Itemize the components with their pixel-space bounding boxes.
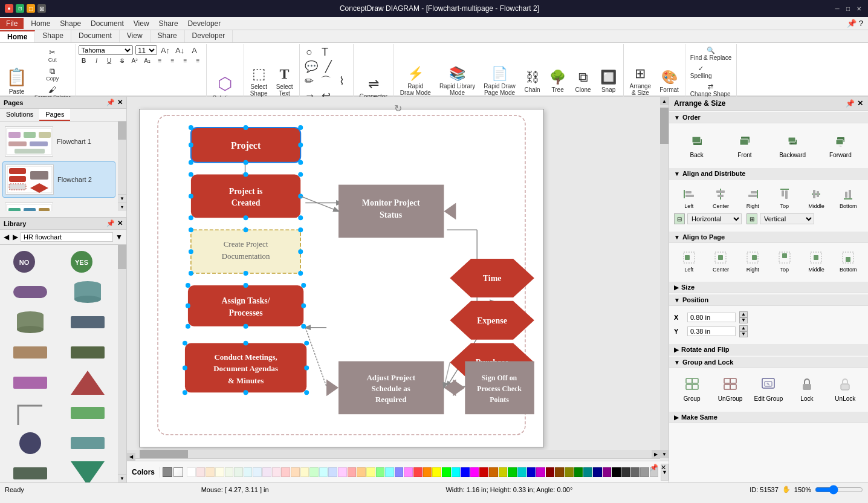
- color-swatch[interactable]: [366, 467, 375, 477]
- copy-button[interactable]: ⧉Copy: [32, 66, 73, 83]
- color-swatch[interactable]: [404, 467, 413, 477]
- library-nav-prev[interactable]: ◀: [2, 232, 10, 242]
- bold-btn[interactable]: B: [79, 57, 89, 65]
- unlock-btn[interactable]: UnLock: [828, 374, 863, 404]
- pencil-tool-btn[interactable]: ✏: [302, 74, 317, 88]
- color-swatch[interactable]: [583, 467, 592, 477]
- shape-item-rect-dark[interactable]: [61, 309, 115, 336]
- ellipse-tool-btn[interactable]: ○: [302, 45, 317, 59]
- color-swatch[interactable]: [479, 467, 488, 477]
- align-center-text-btn[interactable]: ≡: [167, 57, 178, 65]
- tab-document[interactable]: Document: [71, 30, 120, 42]
- align-top-btn[interactable]: Top: [769, 186, 800, 211]
- tree-button[interactable]: 🌳 Tree: [546, 60, 570, 102]
- shape-item-yes[interactable]: YES: [61, 248, 115, 275]
- color-swatch[interactable]: [395, 467, 404, 477]
- forward-btn[interactable]: → Forward: [818, 129, 863, 161]
- color-swatch[interactable]: [376, 467, 385, 477]
- distribute-horizontal-select[interactable]: Horizontal Vertical: [687, 213, 742, 224]
- change-shape-btn[interactable]: ⇄ Change Shape: [688, 82, 733, 99]
- line-tool-btn[interactable]: ╱: [322, 60, 336, 73]
- tab-solutions[interactable]: Solutions: [0, 109, 39, 121]
- library-search-input[interactable]: [21, 232, 113, 242]
- canvas-scroll[interactable]: Project Project is Created: [127, 97, 669, 482]
- colors-pin-btn[interactable]: 📌: [650, 464, 658, 472]
- align-right-btn[interactable]: Right: [737, 186, 768, 211]
- back-btn[interactable]: Back: [674, 129, 719, 161]
- shape-item-triangle-down[interactable]: [61, 460, 115, 482]
- distribute-vertical-select[interactable]: Vertical Horizontal: [760, 213, 814, 224]
- align-page-section-header[interactable]: ▼ Align to Page: [669, 232, 868, 243]
- vscroll-down-btn[interactable]: ▼: [660, 450, 669, 458]
- page-align-left-btn[interactable]: Left: [674, 249, 704, 274]
- color-swatch[interactable]: [244, 467, 253, 477]
- tab-home[interactable]: Home: [0, 30, 35, 42]
- shape-item-rect-tan[interactable]: [4, 339, 57, 366]
- canvas-vscrollbar[interactable]: ▲ ▼: [660, 97, 669, 458]
- select-shape-button[interactable]: ⬚ SelectShape: [247, 60, 271, 102]
- library-nav-next[interactable]: ▶: [11, 232, 19, 242]
- color-swatch-btn[interactable]: [173, 467, 183, 477]
- justify-text-btn[interactable]: ≡: [193, 57, 204, 65]
- shape-item-barrel[interactable]: [4, 309, 57, 336]
- shape-item-triangle[interactable]: [61, 369, 115, 396]
- y-spin-up[interactable]: ▲: [739, 325, 748, 331]
- color-swatch[interactable]: [612, 467, 621, 477]
- color-swatch[interactable]: [442, 467, 451, 477]
- shape-item-cylinder[interactable]: [61, 279, 115, 305]
- font-size-select[interactable]: 11: [135, 45, 157, 55]
- ribbon-pin[interactable]: 📌: [847, 19, 857, 28]
- color-swatch[interactable]: [546, 467, 555, 477]
- color-swatch[interactable]: [574, 467, 583, 477]
- color-swatch[interactable]: [517, 467, 526, 477]
- pages-scroll-down[interactable]: ▼: [118, 194, 126, 203]
- color-swatch[interactable]: [272, 467, 281, 477]
- color-swatch[interactable]: [470, 467, 479, 477]
- color-swatch[interactable]: [593, 467, 602, 477]
- color-swatch[interactable]: [262, 467, 271, 477]
- color-swatch[interactable]: [565, 467, 574, 477]
- arrange-pin-btn[interactable]: 📌: [846, 99, 855, 108]
- clone-button[interactable]: ⧉ Clone: [571, 60, 595, 102]
- font-family-select[interactable]: Tahoma: [79, 45, 133, 55]
- vscroll-up-btn[interactable]: ▲: [660, 97, 669, 105]
- close-btn[interactable]: ✕: [855, 4, 863, 13]
- arrange-close-btn[interactable]: ✕: [857, 99, 863, 108]
- color-swatch[interactable]: [432, 467, 441, 477]
- text-tool-btn[interactable]: T: [318, 45, 332, 59]
- color-swatch[interactable]: [489, 467, 498, 477]
- cut-button[interactable]: ✂Cut: [32, 47, 73, 65]
- hscroll-left-btn[interactable]: ◀: [127, 453, 135, 461]
- arc-tool-btn[interactable]: ⌒: [318, 74, 334, 88]
- italic-btn[interactable]: I: [91, 57, 102, 65]
- snap-button[interactable]: 🔲 Snap: [597, 60, 621, 102]
- color-swatch[interactable]: [413, 467, 423, 477]
- page-align-middle-btn[interactable]: Middle: [802, 249, 832, 274]
- color-swatch[interactable]: [300, 467, 309, 477]
- library-dropdown-btn[interactable]: ▼: [114, 232, 124, 242]
- menu-home[interactable]: Home: [26, 18, 55, 29]
- color-swatch[interactable]: [555, 467, 564, 477]
- library-close-btn[interactable]: ✕: [117, 219, 123, 227]
- color-swatch[interactable]: [423, 467, 432, 477]
- superscript-btn[interactable]: A²: [129, 57, 140, 65]
- group-btn[interactable]: Group: [674, 374, 710, 404]
- shape-item-angle[interactable]: [4, 400, 57, 426]
- size-section-header[interactable]: ▶ Size: [669, 282, 868, 293]
- color-swatch[interactable]: [338, 467, 347, 477]
- color-swatch[interactable]: [630, 467, 640, 477]
- menu-file[interactable]: File: [0, 18, 24, 29]
- pages-close-btn[interactable]: ✕: [117, 99, 123, 106]
- align-bottom-btn[interactable]: Bottom: [833, 186, 863, 211]
- decrease-font-btn[interactable]: A↓: [174, 46, 186, 55]
- x-spin-down[interactable]: ▼: [739, 317, 748, 323]
- help-btn[interactable]: ?: [859, 19, 863, 28]
- shape-item-rect-purple[interactable]: [4, 369, 57, 396]
- colors-close-btn[interactable]: ✕: [661, 464, 666, 472]
- vscroll-thumb[interactable]: [660, 108, 669, 144]
- color-swatch[interactable]: [319, 467, 328, 477]
- align-middle-btn[interactable]: Middle: [802, 186, 832, 211]
- library-scroll-thumb[interactable]: [118, 245, 126, 269]
- canvas-area[interactable]: ↻: [127, 97, 669, 482]
- strikethrough-btn[interactable]: S̶: [117, 57, 128, 65]
